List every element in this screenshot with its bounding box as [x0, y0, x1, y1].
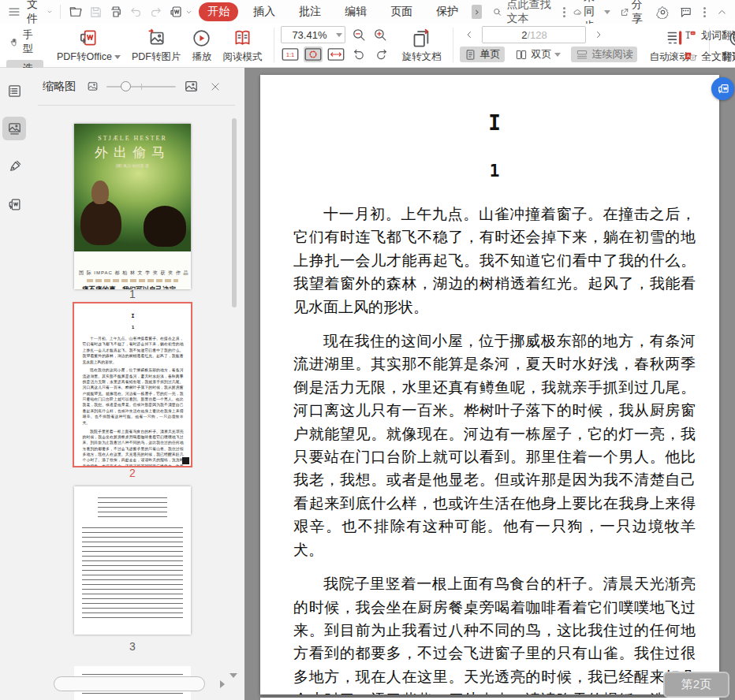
- chevron-down-icon: [604, 10, 610, 14]
- pdf-to-office-icon: [78, 27, 99, 49]
- double-page-button[interactable]: 双页: [510, 47, 565, 62]
- document-view[interactable]: I 1 十一月初。上午九点。山雀冲撞着窗子。在撞击之后，它们有时连飞都飞不稳了，…: [244, 68, 735, 700]
- mini-paragraph: 现在我住的这间小屋，位于挪威极东部的地方，有条河流进湖里。其实那不能算是条河，夏…: [83, 367, 184, 426]
- thumbnail-label-3[interactable]: 3: [74, 640, 191, 653]
- slider-knob[interactable]: [121, 81, 131, 91]
- thumb-size-small-icon[interactable]: [87, 80, 99, 92]
- body-paragraph: 现在我住的这间小屋，位于挪威极东部的地方，有条河流进湖里。其实那不能算是条河，夏…: [293, 330, 696, 561]
- single-page-label: 单页: [479, 47, 500, 61]
- print-icon[interactable]: [106, 3, 126, 20]
- tab-edit[interactable]: 编辑: [336, 2, 375, 21]
- cover-quote-lines: [87, 279, 178, 282]
- read-mode-label: 阅读模式: [222, 50, 262, 64]
- mini-paragraph: 我院子里竖着一根上面有鸟食台的杆子。清晨天光渐亮的时候，我会坐在厨房餐桌旁喝着咖…: [83, 428, 184, 466]
- body-paragraph: 十一月初。上午九点。山雀冲撞着窗子。在撞击之后，它们有时连飞都飞不稳了，有时还会…: [293, 203, 696, 318]
- thumbnail-label-2[interactable]: 2: [74, 467, 191, 479]
- prev-page-button[interactable]: [460, 30, 479, 39]
- rotate-left-icon[interactable]: [349, 47, 368, 62]
- mini-paragraph: 十一月初。上午九点。山雀冲撞着窗子。在撞击之后，它们有时连飞都飞不稳了，有时还会…: [83, 336, 184, 365]
- thumb-size-slider[interactable]: [106, 81, 176, 92]
- pdf-page[interactable]: I 1 十一月初。上午九点。山雀冲撞着窗子。在撞击之后，它们有时连飞都飞不稳了，…: [260, 75, 719, 694]
- zoom-out-icon[interactable]: [352, 28, 367, 43]
- rotate-right-icon[interactable]: [372, 47, 391, 62]
- panel-tab-outline[interactable]: [2, 79, 26, 102]
- word-translate-label: 划词翻译: [701, 28, 735, 43]
- tab-page[interactable]: 页面: [382, 2, 421, 21]
- cover-series-title: STJÆLE HESTER: [74, 135, 191, 142]
- divider: [274, 28, 274, 62]
- fit-page-button[interactable]: [304, 47, 323, 62]
- thumbnail-page-3-text: [82, 527, 183, 622]
- thumbnail-page-1[interactable]: STJÆLE HESTER 外出偷马 [挪] 佩尔·帕特森 著 国 际 IMPA…: [74, 124, 191, 289]
- single-page-icon: [465, 49, 476, 61]
- cover-title: 外出偷马: [74, 143, 191, 162]
- next-page-button[interactable]: [589, 30, 608, 39]
- share-icon: [620, 6, 629, 19]
- thumbnail-label-1[interactable]: 1: [74, 288, 191, 300]
- play-button[interactable]: 播放: [186, 26, 217, 65]
- continuous-read-button[interactable]: 连续阅读: [571, 47, 637, 62]
- thumbnail-page-2[interactable]: I 1 十一月初。上午九点。山雀冲撞着窗子。在撞击之后，它们有时连飞都飞不稳了，…: [74, 303, 191, 466]
- sidebar-vertical-scrollbar[interactable]: [232, 118, 237, 307]
- scroll-right-arrow-icon[interactable]: [220, 680, 225, 688]
- read-mode-button[interactable]: 阅读模式: [217, 26, 267, 65]
- open-file-icon[interactable]: [65, 3, 86, 20]
- single-page-button[interactable]: 单页: [460, 47, 505, 62]
- translate-tools: 划词翻译 A文 全文翻译: [683, 28, 735, 64]
- cover-horse-left: [80, 199, 121, 245]
- close-panel-icon[interactable]: [210, 81, 221, 92]
- undo-icon[interactable]: [126, 4, 146, 20]
- divider: [453, 28, 453, 62]
- rotate-doc-button[interactable]: 旋转文档: [396, 26, 446, 65]
- tab-annotate[interactable]: 批注: [290, 2, 330, 21]
- zoom-in-icon[interactable]: [373, 28, 388, 43]
- cover-horse-right: [144, 206, 186, 247]
- panel-tab-convert[interactable]: [2, 192, 26, 216]
- cloud-sync-icon: [573, 6, 581, 19]
- redo-icon[interactable]: [146, 4, 166, 20]
- thumbnail-page-3-text: [98, 497, 167, 521]
- save-icon[interactable]: [86, 4, 106, 20]
- total-pages: 128: [530, 29, 547, 41]
- chevron-down-icon: [114, 55, 121, 59]
- sidebar-horizontal-scrollbar[interactable]: [54, 676, 205, 691]
- auto-scroll-icon: [663, 27, 684, 49]
- export-word-icon[interactable]: [166, 3, 196, 20]
- chevron-down-icon: [47, 8, 53, 16]
- actual-size-button[interactable]: 1:1: [281, 47, 300, 62]
- panel-tab-thumbnails[interactable]: [2, 117, 26, 140]
- continuous-read-icon: [576, 49, 588, 61]
- tab-overflow-button[interactable]: [472, 5, 482, 19]
- pdf-to-office-button[interactable]: PDF转Office: [51, 26, 126, 65]
- settings-gear-icon[interactable]: [653, 4, 673, 20]
- pdf-to-image-icon: [146, 27, 166, 49]
- file-menu-label: 文件: [27, 0, 44, 26]
- thumb-size-large-icon[interactable]: [184, 79, 199, 94]
- fit-width-button[interactable]: [326, 47, 345, 62]
- fulltext-translate-label: 全文翻译: [701, 50, 735, 64]
- pdf-to-image-button[interactable]: PDF转图片: [126, 26, 187, 65]
- hand-tool-label: 手型: [23, 28, 37, 56]
- divider: [38, 105, 235, 106]
- tab-insert[interactable]: 插入: [244, 2, 284, 21]
- more-vertical-icon[interactable]: [703, 7, 706, 17]
- search-more-icon[interactable]: [563, 7, 565, 17]
- tab-home[interactable]: 开始: [199, 2, 238, 21]
- fulltext-translate-button[interactable]: A文 全文翻译: [683, 50, 735, 64]
- tab-protect[interactable]: 保护: [427, 2, 467, 21]
- thumbnail-page-3[interactable]: [74, 486, 191, 635]
- translate-float-button[interactable]: [711, 77, 734, 100]
- hand-tool[interactable]: 手型: [6, 26, 43, 58]
- word-translate-button[interactable]: 划词翻译: [683, 28, 735, 43]
- page-number-input[interactable]: 2/128: [482, 26, 586, 43]
- feedback-comment-icon[interactable]: [676, 4, 696, 20]
- chevron-down-icon: [336, 33, 342, 37]
- panel-tab-signature[interactable]: [2, 155, 26, 178]
- chevron-right-icon: [473, 9, 480, 16]
- search-field[interactable]: 点此查找文本: [493, 0, 558, 26]
- hamburger-icon[interactable]: [5, 4, 24, 20]
- mini-section-heading: 1: [83, 326, 184, 330]
- scroll-down-arrow-icon[interactable]: [229, 673, 237, 678]
- collapse-ribbon-icon[interactable]: [714, 6, 730, 19]
- panel-rail: [0, 68, 28, 700]
